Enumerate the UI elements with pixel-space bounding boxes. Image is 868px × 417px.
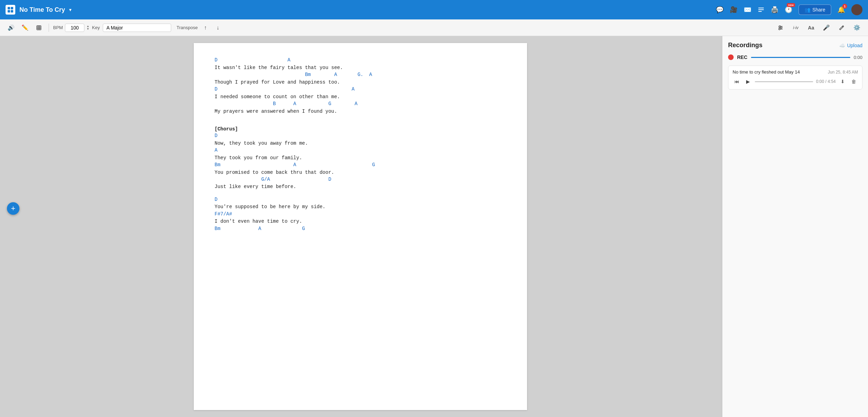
video-button[interactable]: 🎥 bbox=[730, 6, 737, 14]
new-badge: new bbox=[787, 3, 795, 7]
share-icon: 👥 bbox=[804, 7, 810, 12]
chord-line-5: D bbox=[215, 133, 506, 139]
spacer-1 bbox=[215, 115, 506, 121]
history-button[interactable]: 🕐 new bbox=[785, 6, 792, 14]
svg-rect-2 bbox=[8, 10, 10, 12]
editor-toolbar: 🔊 ✏️ BPM ▲ ▼ Key Transpose ↑ ↓ bbox=[0, 19, 868, 36]
lyric-line-6: They took you from our family. bbox=[215, 154, 506, 162]
rec-label: REC bbox=[737, 54, 748, 60]
svg-rect-1 bbox=[11, 7, 13, 9]
svg-rect-4 bbox=[758, 8, 764, 8]
upload-button[interactable]: ☁️ Upload bbox=[839, 43, 862, 48]
chord-line-11: Bm A G bbox=[215, 225, 506, 232]
app-logo[interactable] bbox=[6, 5, 15, 15]
chord-line-7: Bm A G bbox=[215, 162, 506, 169]
lyric-line-9: You're supposed to be here by my side. bbox=[215, 203, 506, 211]
playback-time: 0:00 / 4:54 bbox=[816, 79, 836, 84]
svg-point-13 bbox=[779, 26, 781, 27]
svg-rect-3 bbox=[11, 10, 13, 12]
svg-point-17 bbox=[779, 28, 780, 30]
lyric-line-3: I needed someone to count on other than … bbox=[215, 93, 506, 101]
transpose-label: Transpose bbox=[177, 25, 198, 30]
karaoke-button[interactable] bbox=[758, 6, 765, 13]
settings-icon[interactable]: ⚙️ bbox=[851, 22, 862, 33]
recording-item: No time to cry fleshed out May 14 Jun 25… bbox=[728, 66, 862, 90]
key-input[interactable] bbox=[103, 24, 171, 32]
chord-line-2: Bm A G. A bbox=[215, 71, 506, 78]
chat-button[interactable]: 💬 bbox=[716, 6, 724, 14]
lyric-line-2: Though I prayed for Love and happiness t… bbox=[215, 78, 506, 86]
chord-diagram-icon[interactable] bbox=[33, 22, 44, 33]
chord-line-4: B A G A bbox=[215, 101, 506, 108]
rec-row: REC 0:00 bbox=[728, 54, 862, 60]
recording-item-header: No time to cry fleshed out May 14 Jun 25… bbox=[733, 69, 858, 75]
chord-line-9: D bbox=[215, 196, 506, 203]
pencil-icon[interactable]: ✏️ bbox=[19, 22, 31, 33]
svg-point-15 bbox=[781, 27, 782, 28]
microphone-icon[interactable]: 🎤 bbox=[821, 22, 832, 33]
playback-controls: ⏮ ▶ 0:00 / 4:54 ⬇ 🗑 bbox=[733, 77, 858, 86]
font-icon[interactable]: Aa bbox=[806, 22, 817, 33]
upload-icon: ☁️ bbox=[839, 43, 845, 48]
rec-time: 0:00 bbox=[854, 55, 862, 60]
lyric-line-7: You promised to come back thru that door… bbox=[215, 169, 506, 176]
svg-rect-5 bbox=[758, 9, 764, 10]
chord-line-3: D A bbox=[215, 86, 506, 93]
user-avatar[interactable] bbox=[851, 4, 862, 15]
add-fab-button[interactable]: + bbox=[7, 202, 19, 215]
lyric-line-10: I don't even have time to cry. bbox=[215, 218, 506, 225]
chord-line-1: D A bbox=[215, 57, 506, 64]
recording-name: No time to cry fleshed out May 14 bbox=[733, 69, 800, 75]
recording-date: Jun 25, 8:45 AM bbox=[828, 70, 858, 75]
svg-rect-6 bbox=[758, 11, 762, 12]
key-label: Key bbox=[92, 25, 100, 30]
header-actions: 💬 🎥 ✉️ 🖨️ 🕐 new 👥 Share 🔔 1 bbox=[716, 4, 862, 15]
transpose-down-button[interactable]: ↓ bbox=[213, 23, 223, 33]
chord-line-10: F#7/A# bbox=[215, 211, 506, 218]
speaker-icon[interactable]: 🔊 bbox=[6, 22, 17, 33]
transpose-up-button[interactable]: ↑ bbox=[200, 23, 210, 33]
lyric-line-4: My prayers were answered when I found yo… bbox=[215, 108, 506, 115]
spacer-2 bbox=[215, 191, 506, 196]
bpm-label: BPM bbox=[53, 25, 63, 30]
play-button[interactable]: ▶ bbox=[744, 77, 752, 86]
message-button[interactable]: ✉️ bbox=[744, 6, 751, 14]
mixer-icon[interactable] bbox=[775, 22, 786, 33]
bpm-input[interactable] bbox=[65, 24, 84, 32]
edit-icon[interactable] bbox=[836, 22, 847, 33]
toolbar-right-actions: i-iv Aa 🎤 ⚙️ bbox=[775, 22, 862, 33]
chord-line-8: G/A D bbox=[215, 176, 506, 183]
section-chorus: [Chorus] bbox=[215, 126, 506, 132]
title-dropdown-icon[interactable]: ▾ bbox=[69, 7, 72, 12]
svg-rect-7 bbox=[37, 26, 41, 30]
download-button[interactable]: ⬇ bbox=[838, 77, 847, 86]
notifications-button[interactable]: 🔔 1 bbox=[837, 6, 845, 14]
svg-rect-0 bbox=[8, 7, 10, 9]
app-header: No Time To Cry ▾ 💬 🎥 ✉️ 🖨️ 🕐 new 👥 Share… bbox=[0, 0, 868, 19]
skip-back-button[interactable]: ⏮ bbox=[733, 77, 741, 86]
lyric-line-8: Just like every time before. bbox=[215, 183, 506, 190]
rec-progress-bar bbox=[751, 57, 850, 58]
lyric-line-5: Now, they took you away from me. bbox=[215, 139, 506, 147]
main-layout: + D A It wasn't like the fairy tales tha… bbox=[0, 36, 868, 417]
toolbar-divider-1 bbox=[49, 24, 49, 32]
bpm-down-arrow[interactable]: ▼ bbox=[86, 28, 89, 31]
panel-title: Recordings bbox=[728, 42, 762, 49]
bpm-stepper[interactable]: ▲ ▼ bbox=[86, 25, 89, 31]
chord-line-6: A bbox=[215, 147, 506, 154]
print-button[interactable]: 🖨️ bbox=[771, 6, 778, 14]
share-button[interactable]: 👥 Share bbox=[799, 5, 831, 15]
recordings-panel: Recordings ☁️ Upload REC 0:00 No time to… bbox=[722, 36, 868, 417]
playback-progress-bar[interactable] bbox=[755, 81, 813, 82]
lyric-line-1: It wasn't like the fairy tales that you … bbox=[215, 64, 506, 71]
editor-area[interactable]: D A It wasn't like the fairy tales that … bbox=[0, 36, 721, 417]
chord-notation-icon[interactable]: i-iv bbox=[790, 22, 801, 33]
delete-button[interactable]: 🗑 bbox=[850, 77, 858, 86]
sheet-content: D A It wasn't like the fairy tales that … bbox=[194, 43, 527, 410]
panel-header: Recordings ☁️ Upload bbox=[728, 42, 862, 49]
bpm-control: BPM ▲ ▼ bbox=[53, 24, 89, 32]
notification-badge: 1 bbox=[842, 4, 847, 9]
document-title: No Time To Cry bbox=[19, 6, 65, 14]
rec-indicator bbox=[728, 54, 734, 60]
